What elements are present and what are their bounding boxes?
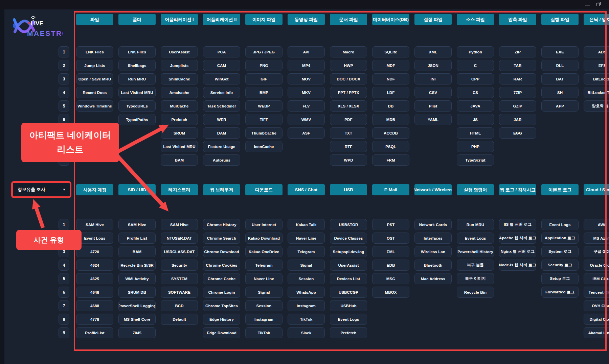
category-header[interactable]: SID / UID: [118, 184, 156, 195]
artifact-button[interactable]: Akamai Linode: [584, 327, 609, 338]
artifact-button[interactable]: Signal: [288, 260, 325, 271]
artifact-button[interactable]: BitLocker: [584, 73, 609, 84]
artifact-button[interactable]: Security: [161, 260, 198, 271]
artifact-button[interactable]: Chrome Login: [203, 287, 240, 298]
artifact-button[interactable]: AVI: [288, 46, 325, 57]
artifact-button[interactable]: Application 로그: [541, 233, 579, 244]
artifact-button[interactable]: XLS / XLSX: [330, 100, 367, 112]
artifact-button[interactable]: System 로그: [541, 246, 579, 257]
category-header[interactable]: 레지스트리: [161, 184, 198, 195]
artifact-button[interactable]: Recycle Bin: [457, 287, 494, 298]
artifact-button[interactable]: Macro: [330, 46, 367, 57]
artifact-button[interactable]: Instagram: [288, 300, 325, 311]
artifact-button[interactable]: UserAssist: [161, 46, 198, 57]
category-header[interactable]: USB: [330, 184, 367, 195]
artifact-button[interactable]: NTUSER.DAT: [161, 233, 198, 244]
artifact-button[interactable]: Chrome TopSites: [203, 300, 240, 311]
artifact-button[interactable]: BAM: [161, 154, 198, 166]
artifact-button[interactable]: TypedPaths: [118, 114, 156, 125]
artifact-button[interactable]: LNK Files: [76, 46, 113, 57]
artifact-button[interactable]: BCD: [161, 300, 198, 311]
artifact-button[interactable]: YAML: [414, 114, 452, 125]
category-header[interactable]: 은닉 / 암호화: [584, 14, 609, 25]
case-type-select[interactable]: 정보유출 조사 ▼: [13, 183, 70, 196]
artifact-button[interactable]: ShimCache: [161, 73, 198, 84]
artifact-button[interactable]: DOC / DOCX: [330, 73, 367, 84]
artifact-button[interactable]: PowerShell Logging: [118, 300, 156, 311]
artifact-button[interactable]: Recent Docs: [76, 87, 113, 98]
artifact-button[interactable]: Jump Lists: [76, 60, 113, 71]
category-header[interactable]: 파일: [76, 14, 113, 25]
artifact-button[interactable]: LDF: [372, 87, 409, 98]
artifact-button[interactable]: SRUM: [161, 127, 198, 139]
artifact-button[interactable]: TIFF: [245, 114, 283, 125]
artifact-button[interactable]: USBCCGP: [330, 287, 367, 298]
artifact-button[interactable]: MS Shell Core: [118, 314, 156, 325]
artifact-button[interactable]: SQLite: [372, 46, 409, 57]
artifact-button[interactable]: Naver Line: [288, 233, 325, 244]
artifact-button[interactable]: Autoruns: [203, 154, 240, 166]
artifact-button[interactable]: LNK Files: [118, 46, 156, 57]
category-header[interactable]: 데이터베이스(DB): [372, 14, 409, 25]
artifact-button[interactable]: CAM: [203, 60, 240, 71]
artifact-button[interactable]: USBHub: [330, 300, 367, 311]
artifact-button[interactable]: PHP: [457, 141, 494, 152]
artifact-button[interactable]: SAM Hive: [76, 219, 113, 230]
category-header[interactable]: Network / Wireless: [414, 184, 452, 195]
artifact-button[interactable]: SYSTEM: [161, 273, 198, 284]
artifact-button[interactable]: ADS: [584, 46, 609, 57]
artifact-button[interactable]: GIF: [245, 73, 283, 84]
artifact-button[interactable]: Bluetooth: [414, 260, 452, 271]
artifact-button[interactable]: C: [457, 60, 494, 71]
artifact-button[interactable]: 구글 GCP: [584, 246, 609, 257]
artifact-button[interactable]: FLV: [288, 100, 325, 112]
artifact-button[interactable]: OVH Cloud: [584, 300, 609, 311]
artifact-button[interactable]: MDB: [372, 114, 409, 125]
restore-icon[interactable]: [596, 3, 600, 6]
artifact-button[interactable]: Chrome Search: [203, 233, 240, 244]
artifact-button[interactable]: Chrome Cookies: [203, 260, 240, 271]
artifact-button[interactable]: Kakao OneDrive: [245, 246, 283, 257]
category-header[interactable]: 다운로드: [245, 184, 283, 195]
artifact-button[interactable]: Signal: [245, 287, 283, 298]
artifact-button[interactable]: IBM Cloud: [584, 273, 609, 284]
artifact-button[interactable]: IIS 웹 서버 로그: [499, 219, 536, 230]
artifact-button[interactable]: PDF: [330, 114, 367, 125]
artifact-button[interactable]: Event Logs: [330, 314, 367, 325]
artifact-button[interactable]: Plist: [414, 100, 452, 112]
artifact-button[interactable]: OST: [372, 233, 409, 244]
artifact-button[interactable]: XML: [414, 46, 452, 57]
artifact-button[interactable]: FRM: [372, 154, 409, 166]
artifact-button[interactable]: 4624: [76, 260, 113, 271]
artifact-button[interactable]: HWP: [330, 60, 367, 71]
artifact-button[interactable]: Amchache: [161, 87, 198, 98]
artifact-button[interactable]: WMV: [288, 114, 325, 125]
artifact-button[interactable]: Shellbags: [118, 60, 156, 71]
artifact-button[interactable]: NodeJs 웹 서버 로그: [499, 260, 536, 271]
artifact-button[interactable]: WinGet: [203, 73, 240, 84]
artifact-button[interactable]: SAM Hive: [118, 219, 156, 230]
artifact-button[interactable]: JPG / JPEG: [245, 46, 283, 57]
artifact-button[interactable]: ACCDB: [372, 127, 409, 139]
artifact-button[interactable]: 4625: [76, 273, 113, 284]
artifact-button[interactable]: Event Logs: [76, 233, 113, 244]
artifact-button[interactable]: JAVA: [457, 100, 494, 112]
artifact-button[interactable]: 4688: [76, 300, 113, 311]
artifact-button[interactable]: EXE: [541, 46, 579, 57]
artifact-button[interactable]: Chrome History: [203, 219, 240, 230]
artifact-button[interactable]: NDF: [372, 73, 409, 84]
category-header[interactable]: 이미지 파일: [245, 14, 283, 25]
artifact-button[interactable]: Service Info: [203, 87, 240, 98]
artifact-button[interactable]: JAR: [499, 114, 536, 125]
artifact-button[interactable]: PCA: [203, 46, 240, 57]
category-header[interactable]: 동영상 파일: [288, 14, 325, 25]
category-header[interactable]: 어플리케이션 I: [161, 14, 198, 25]
artifact-button[interactable]: MBOX: [372, 287, 409, 298]
artifact-button[interactable]: Edge History: [203, 314, 240, 325]
artifact-button[interactable]: MP4: [288, 60, 325, 71]
category-header[interactable]: 문서 파일: [330, 14, 367, 25]
category-header[interactable]: 소스 파일: [457, 14, 494, 25]
artifact-button[interactable]: Kakao Download: [245, 233, 283, 244]
artifact-button[interactable]: SOFTWARE: [161, 287, 198, 298]
artifact-button[interactable]: Interfaces: [414, 233, 452, 244]
